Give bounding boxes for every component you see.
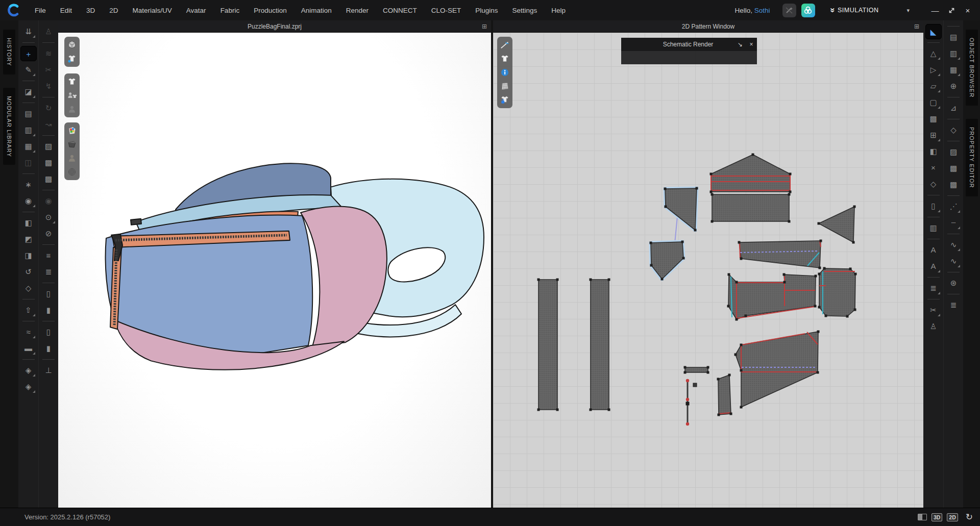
window-close-button[interactable]: × xyxy=(961,3,975,17)
elastic-wave-tool[interactable]: ∿ xyxy=(945,254,962,269)
undock-window-icon[interactable]: ⊞ xyxy=(914,23,919,30)
fabric-strip-tool[interactable]: ▯ xyxy=(40,286,57,302)
tab-property-editor[interactable]: PROPERTY EDITOR xyxy=(966,119,978,196)
button-lock-tool[interactable]: ⊘ xyxy=(40,226,57,241)
seam-allowance-tool[interactable]: ⊞ xyxy=(925,128,942,143)
pattern-transfer-tool[interactable]: ⇧ xyxy=(20,303,37,318)
cross-seam-tool[interactable]: × xyxy=(925,160,942,176)
ruler-tool[interactable]: ▬ xyxy=(20,341,37,356)
roller-brush-tool[interactable]: ◉ xyxy=(20,193,37,209)
fold-arrangement-tool[interactable]: ◧ xyxy=(20,215,37,231)
simulate-tool[interactable]: ⇊ xyxy=(20,24,37,39)
shirring-tool[interactable]: ⊛ xyxy=(945,275,962,291)
fabric-strip-b-tool[interactable]: ▯ xyxy=(40,324,57,340)
polygon-pattern-tool[interactable]: ◇ xyxy=(925,177,942,192)
schematic-dock-icon[interactable]: ↘ xyxy=(734,41,746,48)
free-sewing-2d-tool[interactable]: ▦ xyxy=(945,62,962,78)
menu-help[interactable]: Help xyxy=(544,4,573,17)
pin-tool[interactable]: ∗ xyxy=(20,177,37,192)
padding-jacket-tool[interactable]: ◩ xyxy=(20,232,37,247)
menu-fabric[interactable]: Fabric xyxy=(213,4,247,17)
undock-window-icon[interactable]: ⊞ xyxy=(482,23,487,30)
tape-measure-tool[interactable]: ≈ xyxy=(20,324,37,340)
free-sewing-tool[interactable]: ▦ xyxy=(20,139,37,154)
elastic-tool[interactable]: ∿ xyxy=(945,237,962,253)
wireframe-globe-icon[interactable] xyxy=(66,166,78,178)
piece-small-bar[interactable] xyxy=(685,367,708,372)
select-move-tool[interactable]: ＋ xyxy=(20,46,37,61)
garment-measure-tool[interactable]: ◈ xyxy=(20,363,37,378)
menu-edit[interactable]: Edit xyxy=(53,4,79,17)
buttonhole-tool[interactable]: ⊙ xyxy=(40,210,57,225)
piece-front-strip[interactable] xyxy=(739,241,821,268)
menu-render[interactable]: Render xyxy=(339,4,376,17)
menu-settings[interactable]: Settings xyxy=(505,4,545,17)
reset-view-icon[interactable]: ↻ xyxy=(966,512,973,522)
piece-side-panel[interactable] xyxy=(819,268,855,316)
clamp-tool[interactable]: ⊥ xyxy=(40,363,57,378)
piece-side-a[interactable] xyxy=(665,188,697,230)
select-garment-2d-tool[interactable]: ◇ xyxy=(945,122,962,138)
pattern-shape-tool[interactable]: ▱ xyxy=(925,79,942,94)
canvas-3d[interactable] xyxy=(58,33,491,508)
viewport-3d-titlebar[interactable]: PuzzleBagFinal.zprj ⊞ xyxy=(58,20,491,33)
cut-and-sew-tool[interactable]: ✂ xyxy=(925,303,942,318)
segment-sewing-tool[interactable]: ▥ xyxy=(20,122,37,138)
basting-line-tool[interactable]: ┄ xyxy=(945,215,962,231)
user-name[interactable]: Sothi xyxy=(754,7,770,14)
drape-garment-tool[interactable]: ◇ xyxy=(20,281,37,296)
basting-tool[interactable]: ⋰ xyxy=(945,199,962,214)
fabric-color-icon[interactable] xyxy=(66,124,78,137)
bag-hardware[interactable] xyxy=(131,219,141,225)
menu-connect[interactable]: CONNECT xyxy=(376,4,424,17)
rotate-drape-tool[interactable]: ↺ xyxy=(20,264,37,280)
menu-animation[interactable]: Animation xyxy=(294,4,339,17)
zipper-open-tool[interactable]: ≣ xyxy=(40,264,57,280)
checker-2d-tool[interactable]: ▩ xyxy=(945,161,962,176)
show-garment-icon[interactable] xyxy=(66,76,78,88)
piece-triangle-gusset[interactable] xyxy=(819,207,854,242)
view-3d-toggle[interactable]: 3D xyxy=(932,513,942,521)
show-avatar-icon[interactable] xyxy=(66,89,78,102)
menu-3d[interactable]: 3D xyxy=(79,4,102,17)
fabric-dark-icon[interactable] xyxy=(66,138,78,151)
bag-3d-model[interactable] xyxy=(58,33,491,508)
piece-top-flap[interactable] xyxy=(711,155,790,192)
pattern-text-tool[interactable]: A xyxy=(925,259,942,274)
zipper-tool[interactable]: ≡ xyxy=(40,248,57,263)
clo-set-button[interactable] xyxy=(801,4,815,17)
segment-sewing-2d-tool[interactable]: ▥ xyxy=(945,46,962,61)
checker-garment-tool[interactable]: ▩ xyxy=(40,155,57,170)
checker-shirt-tool[interactable]: ▩ xyxy=(40,171,57,187)
edit-pattern-tool[interactable]: △ xyxy=(925,46,942,61)
window-maximize-button[interactable] xyxy=(944,3,959,17)
tab-modular-library[interactable]: MODULAR LIBRARY xyxy=(3,88,15,165)
edit-curvature-tool[interactable]: ▷ xyxy=(925,62,942,78)
notch-tool[interactable]: ▥ xyxy=(925,220,942,236)
detect-seam-tool[interactable]: ⊕ xyxy=(945,79,962,94)
tab-history[interactable]: HISTORY xyxy=(3,30,15,74)
schematic-render-window[interactable]: Schematic Render ↘ × xyxy=(621,38,757,64)
info-icon[interactable] xyxy=(499,66,511,79)
window-minimize-button[interactable]: — xyxy=(928,3,942,17)
fabric-roll-tool[interactable]: ▨ xyxy=(40,139,57,154)
piece-small-panel[interactable] xyxy=(718,375,731,415)
piece-bottom-wedge[interactable] xyxy=(736,332,818,407)
pattern-outline-tool[interactable]: ▢ xyxy=(925,95,942,110)
checker-2d-b-tool[interactable]: ▩ xyxy=(945,177,962,192)
iron-tool[interactable]: ⊿ xyxy=(945,101,962,116)
merge-pattern-tool[interactable]: ◧ xyxy=(925,144,942,159)
sewing-machine-2d-tool[interactable]: ▤ xyxy=(945,30,962,45)
fabric-fill-tool[interactable]: ▮ xyxy=(40,303,57,318)
sewing-machine-tool[interactable]: ▤ xyxy=(20,106,37,121)
pleats-fabric-tool[interactable]: ≣ xyxy=(945,297,962,313)
trace-lace-tool[interactable]: ▩ xyxy=(925,111,942,127)
garment-ruler-tool[interactable]: ◈ xyxy=(20,379,37,394)
solidify-garment-tool[interactable]: ◪ xyxy=(20,84,37,99)
menu-file[interactable]: File xyxy=(28,4,53,17)
fabric-roll-2d-tool[interactable]: ▨ xyxy=(945,144,962,160)
pin-garment-icon[interactable] xyxy=(66,53,78,65)
menu-materials-uv[interactable]: Materials/UV xyxy=(126,4,179,17)
piece-strap-left[interactable] xyxy=(538,280,557,410)
menu-production[interactable]: Production xyxy=(247,4,294,17)
